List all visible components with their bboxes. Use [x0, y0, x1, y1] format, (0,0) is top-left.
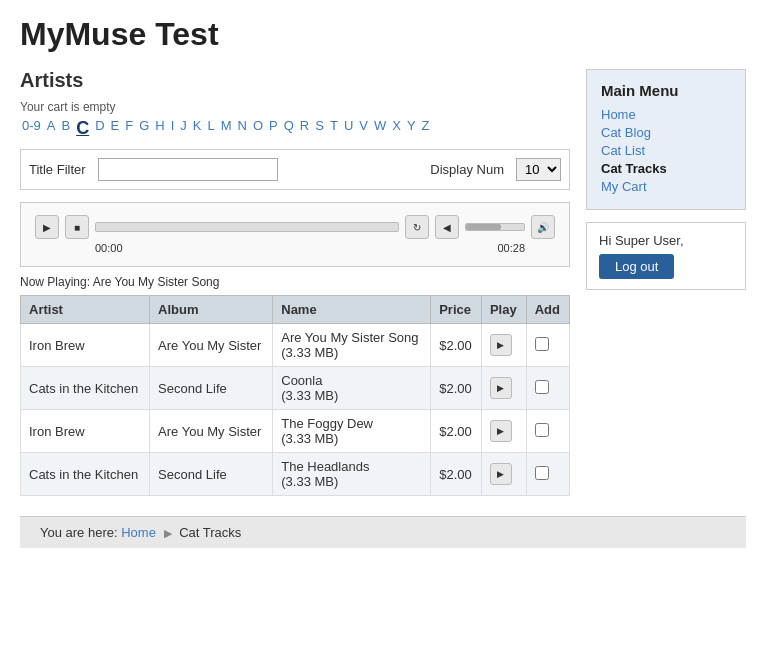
- cell-add: [526, 453, 569, 496]
- alpha-J[interactable]: J: [178, 118, 189, 139]
- alpha-Q[interactable]: Q: [282, 118, 296, 139]
- menu-item-cat-blog[interactable]: Cat Blog: [601, 125, 731, 140]
- cell-album: Second Life: [150, 453, 273, 496]
- alpha-Z[interactable]: Z: [420, 118, 432, 139]
- menu-item-my-cart[interactable]: My Cart: [601, 179, 731, 194]
- breadcrumb: You are here: Home ▶ Cat Tracks: [20, 516, 746, 548]
- breadcrumb-arrow: ▶: [164, 527, 172, 539]
- logout-button[interactable]: Log out: [599, 254, 674, 279]
- col-add: Add: [526, 296, 569, 324]
- user-box: Hi Super User, Log out: [586, 222, 746, 290]
- filter-row: Title Filter Display Num 5 10 15 20 25 A…: [20, 149, 570, 190]
- col-album: Album: [150, 296, 273, 324]
- alpha-H[interactable]: H: [153, 118, 166, 139]
- col-artist: Artist: [21, 296, 150, 324]
- volume-icon[interactable]: 🔊: [531, 215, 555, 239]
- page-title: MyMuse Test: [20, 16, 746, 53]
- alphabet-nav: 0-9ABCDEFGHIJKLMNOPQRSTUVWXYZ: [20, 118, 570, 139]
- alpha-V[interactable]: V: [357, 118, 370, 139]
- display-num-label: Display Num: [430, 162, 504, 177]
- row-add-checkbox[interactable]: [535, 380, 549, 394]
- alpha-I[interactable]: I: [169, 118, 177, 139]
- table-header-row: Artist Album Name Price Play Add: [21, 296, 570, 324]
- now-playing-song: Are You My Sister Song: [93, 275, 220, 289]
- alpha-U[interactable]: U: [342, 118, 355, 139]
- cell-album: Are You My Sister: [150, 410, 273, 453]
- row-add-checkbox[interactable]: [535, 423, 549, 437]
- breadcrumb-home[interactable]: Home: [121, 525, 156, 540]
- progress-bar[interactable]: [95, 222, 399, 232]
- cell-artist: Cats in the Kitchen: [21, 367, 150, 410]
- cell-artist: Iron Brew: [21, 324, 150, 367]
- row-play-button[interactable]: ▶: [490, 377, 512, 399]
- col-name: Name: [273, 296, 431, 324]
- alpha-X[interactable]: X: [390, 118, 403, 139]
- cell-add: [526, 410, 569, 453]
- cell-play: ▶: [481, 324, 526, 367]
- alpha-09[interactable]: 0-9: [20, 118, 43, 139]
- cell-name: The Foggy Dew(3.33 MB): [273, 410, 431, 453]
- table-row: Iron Brew Are You My Sister The Foggy De…: [21, 410, 570, 453]
- now-playing: Now Playing: Are You My Sister Song: [20, 275, 570, 289]
- title-filter-input[interactable]: [98, 158, 278, 181]
- table-row: Iron Brew Are You My Sister Are You My S…: [21, 324, 570, 367]
- cell-album: Second Life: [150, 367, 273, 410]
- artists-heading: Artists: [20, 69, 570, 92]
- alpha-E[interactable]: E: [109, 118, 122, 139]
- alpha-A[interactable]: A: [45, 118, 58, 139]
- alpha-B[interactable]: B: [59, 118, 72, 139]
- row-play-button[interactable]: ▶: [490, 463, 512, 485]
- play-button[interactable]: ▶: [35, 215, 59, 239]
- user-greeting: Hi Super User,: [599, 233, 733, 248]
- shuffle-button[interactable]: ↻: [405, 215, 429, 239]
- filter-label: Title Filter: [29, 162, 86, 177]
- table-row: Cats in the Kitchen Second Life Coonla(3…: [21, 367, 570, 410]
- cell-price: $2.00: [431, 453, 482, 496]
- row-add-checkbox[interactable]: [535, 466, 549, 480]
- cart-status: Your cart is empty: [20, 100, 570, 114]
- menu-item-cat-tracks[interactable]: Cat Tracks: [601, 161, 731, 176]
- stop-button[interactable]: ■: [65, 215, 89, 239]
- prev-button[interactable]: ◀: [435, 215, 459, 239]
- alpha-L[interactable]: L: [205, 118, 216, 139]
- alpha-M[interactable]: M: [219, 118, 234, 139]
- breadcrumb-prefix: You are here:: [40, 525, 118, 540]
- menu-item-cat-list[interactable]: Cat List: [601, 143, 731, 158]
- breadcrumb-current: Cat Tracks: [179, 525, 241, 540]
- volume-slider[interactable]: [465, 223, 525, 231]
- cell-price: $2.00: [431, 324, 482, 367]
- alpha-W[interactable]: W: [372, 118, 388, 139]
- alpha-R[interactable]: R: [298, 118, 311, 139]
- cell-name: Coonla(3.33 MB): [273, 367, 431, 410]
- alpha-P[interactable]: P: [267, 118, 280, 139]
- alpha-D[interactable]: D: [93, 118, 106, 139]
- alpha-K[interactable]: K: [191, 118, 204, 139]
- row-play-button[interactable]: ▶: [490, 334, 512, 356]
- time-current: 00:00: [95, 242, 123, 254]
- cell-play: ▶: [481, 453, 526, 496]
- main-menu-heading: Main Menu: [601, 82, 731, 99]
- alpha-F[interactable]: F: [123, 118, 135, 139]
- cell-play: ▶: [481, 410, 526, 453]
- menu-item-home[interactable]: Home: [601, 107, 731, 122]
- display-num-select[interactable]: 5 10 15 20 25 All: [516, 158, 561, 181]
- alpha-T[interactable]: T: [328, 118, 340, 139]
- cell-artist: Iron Brew: [21, 410, 150, 453]
- volume-control: [465, 223, 525, 231]
- cell-price: $2.00: [431, 410, 482, 453]
- row-play-button[interactable]: ▶: [490, 420, 512, 442]
- alpha-O[interactable]: O: [251, 118, 265, 139]
- cell-artist: Cats in the Kitchen: [21, 453, 150, 496]
- cell-name: Are You My Sister Song(3.33 MB): [273, 324, 431, 367]
- table-row: Cats in the Kitchen Second Life The Head…: [21, 453, 570, 496]
- alpha-Y[interactable]: Y: [405, 118, 418, 139]
- col-play: Play: [481, 296, 526, 324]
- alpha-G[interactable]: G: [137, 118, 151, 139]
- row-add-checkbox[interactable]: [535, 337, 549, 351]
- col-price: Price: [431, 296, 482, 324]
- alpha-C[interactable]: C: [74, 118, 91, 139]
- cell-add: [526, 367, 569, 410]
- tracks-table: Artist Album Name Price Play Add Iron Br…: [20, 295, 570, 496]
- alpha-S[interactable]: S: [313, 118, 326, 139]
- alpha-N[interactable]: N: [236, 118, 249, 139]
